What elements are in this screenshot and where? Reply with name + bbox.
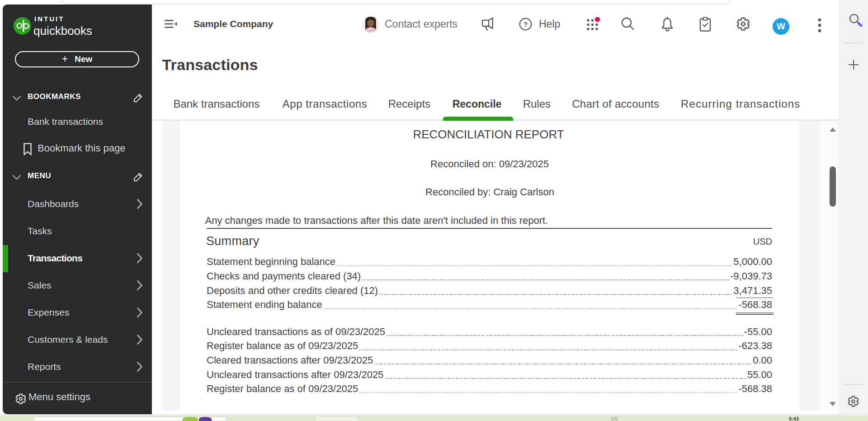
svg-text:?: ? <box>524 20 528 28</box>
